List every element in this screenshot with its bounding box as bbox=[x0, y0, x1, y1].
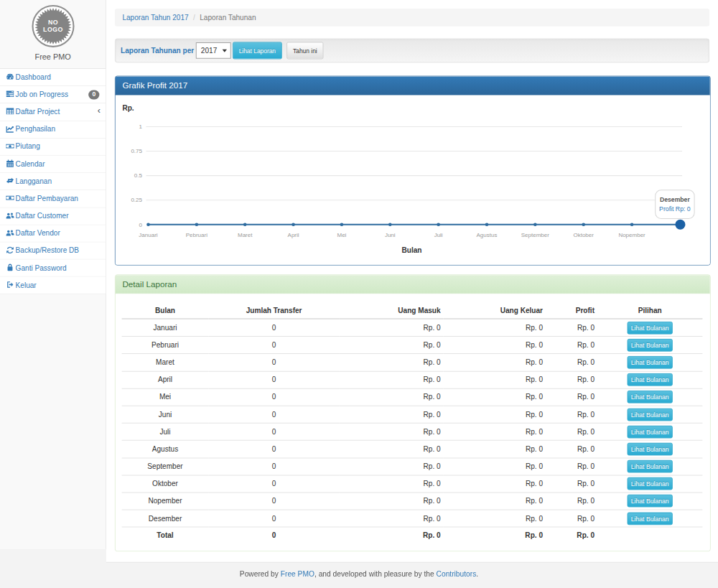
svg-text:Januari: Januari bbox=[139, 232, 157, 238]
svg-text:Desember: Desember bbox=[660, 196, 690, 203]
svg-text:Mei: Mei bbox=[337, 232, 346, 238]
svg-text:0: 0 bbox=[139, 221, 143, 228]
svg-text:1: 1 bbox=[139, 123, 143, 130]
svg-text:Agustus: Agustus bbox=[477, 232, 498, 238]
svg-text:Rp.: Rp. bbox=[122, 104, 134, 112]
svg-text:Profit Rp: 0: Profit Rp: 0 bbox=[659, 205, 691, 213]
svg-text:Maret: Maret bbox=[238, 232, 253, 238]
svg-text:September: September bbox=[521, 232, 549, 238]
svg-text:NO: NO bbox=[48, 19, 58, 26]
svg-text:Pebruari: Pebruari bbox=[186, 232, 208, 238]
svg-text:Juli: Juli bbox=[434, 232, 443, 238]
svg-text:0.5: 0.5 bbox=[134, 172, 143, 179]
svg-text:Oktober: Oktober bbox=[573, 232, 594, 238]
svg-text:Bulan: Bulan bbox=[402, 246, 422, 253]
svg-text:April: April bbox=[288, 232, 299, 238]
svg-text:0.25: 0.25 bbox=[131, 197, 142, 203]
svg-text:LOGO: LOGO bbox=[43, 26, 63, 33]
svg-text:Nopember: Nopember bbox=[618, 232, 645, 238]
svg-text:Juni: Juni bbox=[385, 232, 396, 238]
svg-text:0.75: 0.75 bbox=[131, 148, 142, 154]
